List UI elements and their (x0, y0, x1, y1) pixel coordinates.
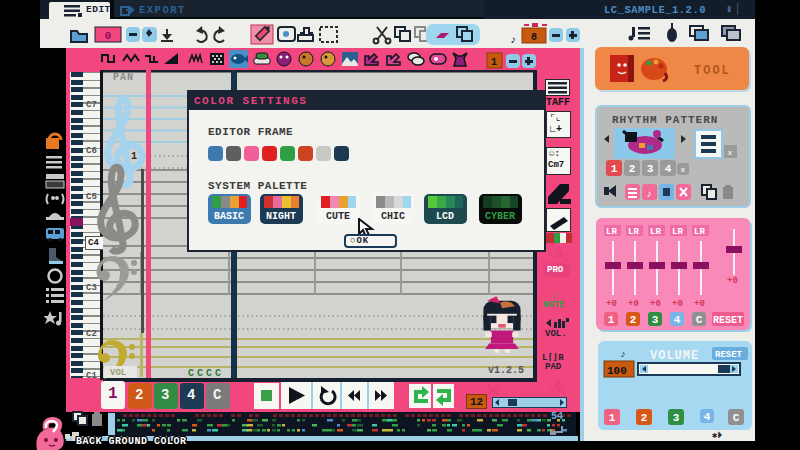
svg-text:♪: ♪ (646, 189, 652, 200)
svg-text:1: 1 (491, 57, 497, 68)
svg-text:4: 4 (665, 163, 672, 175)
svg-text:LR: LR (650, 227, 661, 237)
svg-text:1: 1 (608, 314, 615, 326)
svg-text:+0: +0 (650, 299, 661, 309)
svg-text:♪: ♪ (620, 349, 626, 360)
svg-text:RESET: RESET (713, 315, 743, 326)
svg-text:x: x (728, 148, 733, 157)
svg-text:CHIC: CHIC (381, 211, 405, 222)
svg-text:C: C (696, 314, 703, 326)
svg-text:3: 3 (673, 412, 680, 424)
svg-text:2: 2 (641, 412, 648, 424)
svg-text:100: 100 (607, 365, 627, 377)
svg-text:LR: LR (672, 227, 683, 237)
svg-text:BASIC: BASIC (214, 211, 244, 222)
svg-text:2: 2 (630, 314, 637, 326)
svg-text:VOLUME: VOLUME (650, 349, 699, 363)
svg-text:3: 3 (652, 314, 659, 326)
svg-text:RHYTHM PATTERN: RHYTHM PATTERN (612, 114, 718, 126)
svg-text:+0: +0 (606, 299, 617, 309)
svg-text:8: 8 (531, 32, 537, 43)
svg-text:x: x (681, 165, 686, 174)
svg-text:LR: LR (628, 227, 639, 237)
svg-text:CYBER: CYBER (485, 211, 515, 222)
svg-text:+0: +0 (672, 299, 683, 309)
svg-text:LR: LR (694, 227, 705, 237)
svg-text:+0: +0 (727, 276, 738, 286)
svg-text:♪: ♪ (510, 34, 517, 46)
svg-text:LR: LR (606, 227, 617, 237)
svg-text:LCD: LCD (436, 211, 454, 222)
svg-text:4: 4 (674, 314, 681, 326)
svg-text:NIGHT: NIGHT (266, 211, 296, 222)
svg-text:RESET: RESET (715, 350, 743, 360)
svg-text:TOOL: TOOL (694, 64, 731, 78)
svg-text:0: 0 (105, 30, 112, 42)
svg-text:2: 2 (629, 163, 636, 175)
svg-text:1: 1 (609, 412, 616, 424)
svg-text:CUTE: CUTE (326, 211, 350, 222)
svg-text:+0: +0 (694, 299, 705, 309)
svg-text:1: 1 (611, 163, 618, 175)
svg-text:3: 3 (647, 163, 654, 175)
svg-text:+0: +0 (628, 299, 639, 309)
svg-text:C: C (733, 412, 740, 424)
svg-text:4: 4 (704, 411, 711, 423)
